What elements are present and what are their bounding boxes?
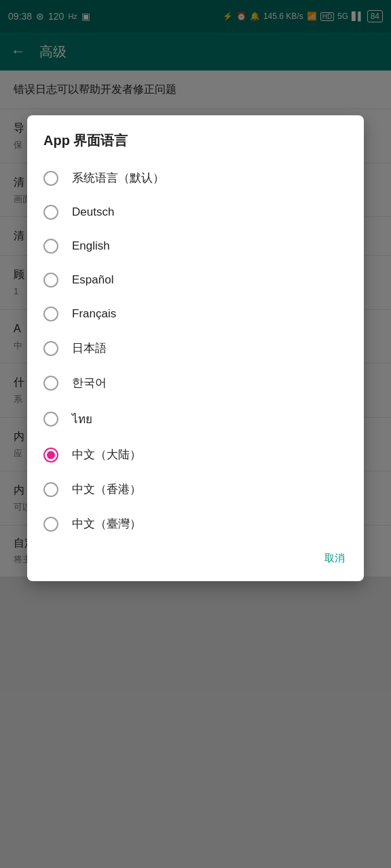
radio-item-chinese-tw[interactable]: 中文（臺灣） [27,507,364,541]
radio-label-korean: 한국어 [72,375,107,391]
radio-circle-espanol [43,273,58,288]
radio-circle-francais [43,307,58,321]
radio-label-english: English [72,239,110,253]
radio-label-deutsch: Deutsch [72,205,114,219]
radio-item-espanol[interactable]: Español [27,263,364,297]
radio-circle-deutsch [43,205,58,220]
radio-label-system: 系统语言（默认） [72,170,164,186]
radio-label-chinese-mainland: 中文（大陆） [72,447,141,462]
radio-circle-english [43,239,58,254]
radio-circle-korean [43,376,58,391]
radio-circle-chinese-tw [43,517,58,532]
language-dialog: App 界面语言 系统语言（默认） Deutsch English Españo… [27,115,364,581]
radio-circle-japanese [43,341,58,356]
radio-item-francais[interactable]: Français [27,297,364,331]
radio-label-francais: Français [72,307,116,321]
radio-label-chinese-hk: 中文（香港） [72,481,141,497]
radio-label-thai: ไทย [72,410,92,428]
dialog-options-list: 系统语言（默认） Deutsch English Español Françai… [27,161,364,541]
radio-item-korean[interactable]: 한국어 [27,366,364,400]
radio-item-thai[interactable]: ไทย [27,400,364,437]
radio-circle-thai [43,412,58,427]
radio-item-japanese[interactable]: 日本語 [27,331,364,366]
cancel-button[interactable]: 取消 [316,547,353,570]
radio-label-japanese: 日本語 [72,340,107,356]
radio-label-espanol: Español [72,273,113,287]
radio-circle-chinese-hk [43,482,58,497]
radio-item-chinese-hk[interactable]: 中文（香港） [27,472,364,507]
radio-label-chinese-tw: 中文（臺灣） [72,516,141,532]
dialog-title: App 界面语言 [27,132,364,161]
radio-circle-chinese-mainland [43,448,58,462]
dialog-actions: 取消 [27,541,364,581]
radio-item-deutsch[interactable]: Deutsch [27,195,364,229]
radio-circle-system [43,171,58,186]
radio-item-english[interactable]: English [27,229,364,263]
radio-item-chinese-mainland[interactable]: 中文（大陆） [27,437,364,472]
radio-item-system[interactable]: 系统语言（默认） [27,161,364,195]
